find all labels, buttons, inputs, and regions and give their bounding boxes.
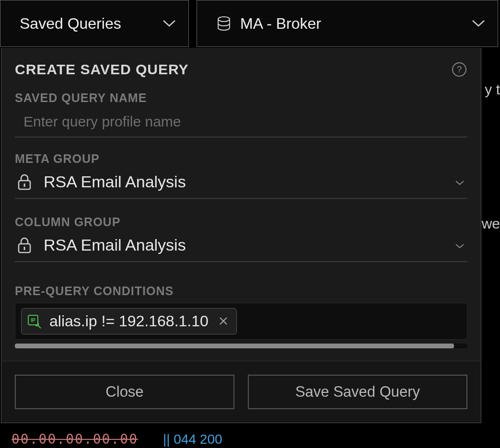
column-group-label: COLUMN GROUP [15, 215, 467, 229]
database-icon [216, 16, 232, 31]
saved-queries-label: Saved Queries [20, 15, 121, 33]
chevron-down-icon [163, 20, 176, 27]
help-icon[interactable]: ? [452, 62, 466, 77]
query-name-input[interactable] [15, 109, 467, 138]
lock-icon [17, 173, 32, 191]
background-text: we [482, 216, 500, 232]
svg-rect-4 [24, 247, 25, 250]
top-bar: Saved Queries MA - Broker [0, 0, 500, 47]
chevron-down-icon [455, 179, 465, 185]
create-saved-query-panel: CREATE SAVED QUERY ? SAVED QUERY NAME ME… [1, 48, 481, 423]
meta-group-label: META GROUP [15, 152, 467, 166]
background-link[interactable]: || 044 200 [163, 432, 222, 447]
svg-point-0 [218, 17, 230, 22]
scrollbar[interactable] [15, 344, 467, 348]
column-group-value: RSA Email Analysis [44, 236, 186, 254]
chevron-down-icon [455, 242, 465, 248]
conditions-input[interactable]: IP alias.ip != 192.168.1.10 [15, 303, 467, 340]
panel-title: CREATE SAVED QUERY [15, 61, 189, 78]
condition-text: alias.ip != 192.168.1.10 [49, 312, 209, 330]
column-group-select[interactable]: RSA Email Analysis [15, 233, 467, 262]
background-text: y t [485, 81, 500, 98]
condition-chip[interactable]: IP alias.ip != 192.168.1.10 [21, 308, 237, 334]
background-mac: 00.00.00.00.00 [12, 431, 138, 447]
service-label: MA - Broker [240, 15, 321, 33]
save-button[interactable]: Save Saved Query [248, 375, 467, 409]
svg-rect-2 [24, 184, 25, 187]
close-button[interactable]: Close [15, 375, 234, 409]
close-icon[interactable] [216, 314, 228, 329]
lock-icon [17, 237, 32, 254]
query-name-label: SAVED QUERY NAME [15, 91, 467, 105]
scrollbar-thumb[interactable] [15, 344, 454, 348]
conditions-label: PRE-QUERY CONDITIONS [15, 284, 467, 298]
ip-icon: IP [27, 314, 42, 329]
svg-text:IP: IP [31, 318, 35, 323]
meta-group-select[interactable]: RSA Email Analysis [15, 170, 467, 199]
saved-queries-dropdown[interactable]: Saved Queries [0, 0, 189, 47]
chevron-down-icon [472, 20, 485, 27]
meta-group-value: RSA Email Analysis [44, 172, 186, 191]
service-dropdown[interactable]: MA - Broker [197, 0, 498, 47]
